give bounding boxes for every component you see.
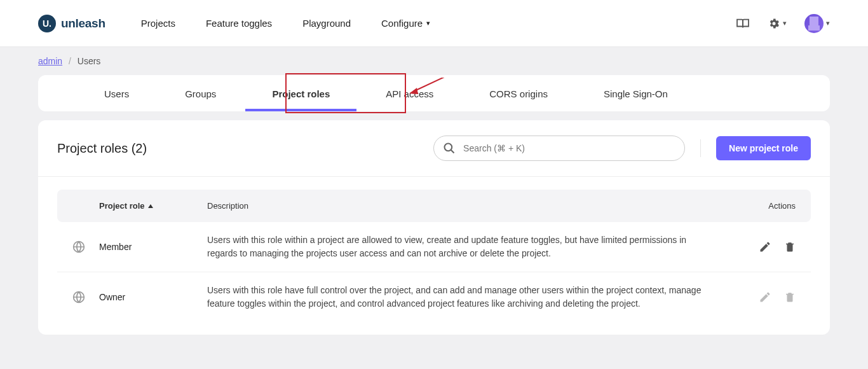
chevron-down-icon: ▾: [426, 19, 430, 27]
delete-icon: [784, 291, 796, 303]
role-description: Users with this role have full control o…: [207, 284, 726, 310]
breadcrumb-separator: /: [69, 56, 71, 66]
row-actions: [726, 240, 796, 253]
logo-text: unleash: [61, 17, 105, 31]
role-name: Owner: [99, 292, 207, 302]
app-header: U. unleash Projects Feature toggles Play…: [0, 0, 868, 47]
nav-configure[interactable]: Configure ▾: [381, 18, 430, 29]
primary-nav: Projects Feature toggles Playground Conf…: [141, 18, 430, 29]
new-project-role-button[interactable]: New project role: [716, 136, 811, 160]
settings-menu[interactable]: ▾: [768, 17, 787, 30]
nav-playground[interactable]: Playground: [302, 18, 351, 29]
globe-icon: [72, 240, 99, 253]
logo[interactable]: U. unleash: [38, 15, 105, 32]
user-menu[interactable]: ▾: [804, 14, 830, 33]
roles-table: Project role Description Actions MemberU…: [38, 177, 830, 322]
role-name: Member: [99, 242, 207, 252]
tab-cors-origins[interactable]: CORS origins: [461, 75, 576, 111]
tabs-container: Users Groups Project roles API access CO…: [38, 75, 830, 111]
globe-icon: [72, 291, 99, 303]
logo-badge: U.: [38, 15, 56, 32]
content-header: Project roles (2) New project role: [38, 120, 830, 177]
chevron-down-icon: ▾: [783, 19, 787, 27]
table-row: MemberUsers with this role within a proj…: [57, 222, 811, 272]
docs-icon[interactable]: [736, 18, 750, 29]
column-header-actions: Actions: [726, 201, 796, 211]
gear-icon: [768, 17, 780, 30]
column-header-description: Description: [207, 201, 726, 211]
row-actions: [726, 291, 796, 303]
sort-asc-icon: [147, 203, 154, 209]
divider: [700, 139, 701, 157]
nav-feature-toggles[interactable]: Feature toggles: [206, 18, 272, 29]
delete-icon[interactable]: [784, 240, 796, 253]
tab-users[interactable]: Users: [76, 75, 157, 111]
svg-line-3: [451, 150, 454, 153]
search-icon: [443, 142, 456, 155]
nav-projects[interactable]: Projects: [141, 18, 175, 29]
svg-point-2: [445, 144, 452, 151]
column-header-role[interactable]: Project role: [99, 201, 207, 211]
breadcrumb: admin / Users: [0, 47, 868, 75]
edit-icon[interactable]: [759, 240, 771, 253]
tab-api-access[interactable]: API access: [358, 75, 461, 111]
header-actions: ▾ ▾: [736, 14, 830, 33]
page-title: Project roles (2): [57, 141, 147, 156]
chevron-down-icon: ▾: [826, 19, 830, 27]
search-wrap: [433, 136, 685, 161]
table-header: Project role Description Actions: [57, 190, 811, 222]
breadcrumb-current: Users: [78, 56, 101, 66]
nav-configure-label: Configure: [381, 18, 423, 29]
role-description: Users with this role within a project ar…: [207, 233, 726, 260]
breadcrumb-admin[interactable]: admin: [38, 56, 62, 66]
tab-sso[interactable]: Single Sign-On: [576, 75, 696, 111]
edit-icon: [759, 291, 771, 303]
main-content: Project roles (2) New project role Proje…: [38, 120, 830, 335]
tab-project-roles[interactable]: Project roles: [244, 75, 358, 111]
search-input[interactable]: [433, 136, 685, 161]
tab-groups[interactable]: Groups: [157, 75, 244, 111]
avatar: [804, 14, 824, 33]
table-row: OwnerUsers with this role have full cont…: [57, 272, 811, 322]
